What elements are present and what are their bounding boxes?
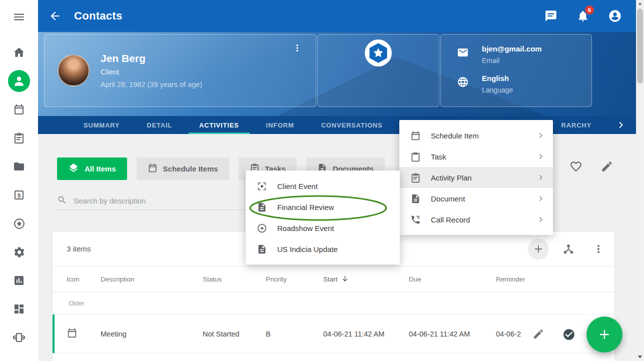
add-item-button[interactable] bbox=[528, 238, 549, 260]
email-label: Email bbox=[482, 56, 542, 64]
vertical-scrollbar[interactable] bbox=[636, 0, 644, 361]
tab-conversations[interactable]: CONVERSATIONS bbox=[308, 116, 396, 134]
tab-summary[interactable]: SUMMARY bbox=[70, 116, 133, 134]
analytics-icon[interactable] bbox=[8, 270, 30, 292]
submenu-item-client-event[interactable]: Client Event bbox=[246, 176, 400, 196]
tab-detail[interactable]: DETAIL bbox=[133, 116, 186, 134]
focus-event-icon bbox=[257, 181, 267, 192]
scrollbar-up-arrow-icon[interactable] bbox=[638, 2, 642, 5]
contact-info-card: bjen@gmail.com Email English Language bbox=[440, 34, 592, 107]
hierarchy-view-icon[interactable] bbox=[562, 243, 574, 257]
add-activity-context-menu: Schedule Item Task Activity Plan bbox=[399, 120, 553, 235]
language-label: Language bbox=[482, 86, 513, 94]
column-priority[interactable]: Priority bbox=[266, 276, 323, 283]
column-description[interactable]: Description bbox=[101, 276, 203, 283]
submenu-chevron-icon bbox=[536, 173, 545, 182]
favorite-heart-icon[interactable] bbox=[569, 160, 582, 175]
contact-role: Client bbox=[101, 68, 202, 76]
tab-inform[interactable]: INFORM bbox=[253, 116, 308, 134]
folder-icon[interactable] bbox=[8, 156, 30, 178]
table-group-row[interactable]: Older bbox=[53, 292, 614, 314]
vibration-icon[interactable] bbox=[8, 326, 30, 348]
profile-kebab-menu-icon[interactable] bbox=[292, 42, 303, 56]
calendar-icon bbox=[410, 130, 421, 141]
submenu-item-label: Client Event bbox=[277, 182, 318, 190]
avatar bbox=[58, 54, 90, 86]
filter-label: Schedule Items bbox=[163, 164, 218, 173]
menu-item-schedule-item[interactable]: Schedule Item bbox=[399, 125, 553, 146]
call-icon bbox=[410, 214, 421, 225]
submenu-item-label: US Indicia Update bbox=[277, 245, 338, 254]
account-icon[interactable] bbox=[608, 9, 622, 23]
menu-item-label: Task bbox=[431, 152, 446, 161]
tabs-scroll-chevron-right-icon[interactable] bbox=[605, 116, 636, 134]
cell-due: 04-06-21 11:42 AM bbox=[409, 330, 496, 338]
sidebar: $ bbox=[0, 0, 38, 361]
contact-name: Jen Berg bbox=[101, 52, 202, 64]
table-kebab-menu-icon[interactable] bbox=[592, 243, 604, 257]
submenu-item-roadshow-event[interactable]: Roadshow Event bbox=[246, 218, 400, 238]
featured-hexagon-star-icon bbox=[365, 40, 392, 66]
column-icon[interactable]: Icon bbox=[67, 276, 101, 283]
search-icon bbox=[57, 195, 67, 207]
svg-text:$: $ bbox=[18, 192, 21, 198]
column-status[interactable]: Status bbox=[203, 276, 266, 283]
scrollbar-thumb[interactable] bbox=[637, 8, 643, 84]
submenu-item-financial-review[interactable]: Financial Review bbox=[246, 196, 400, 218]
cell-description: Meeting bbox=[101, 330, 203, 338]
cell-reminder: 04-06-2 bbox=[496, 330, 530, 338]
featured-star-icon[interactable] bbox=[8, 212, 30, 234]
tab-activities[interactable]: ACTIVITIES bbox=[186, 116, 253, 134]
tasks-icon[interactable] bbox=[8, 127, 30, 149]
contacts-icon[interactable] bbox=[8, 70, 30, 92]
profile-card: Jen Berg Client April 28, 1982 (39 years… bbox=[44, 34, 316, 107]
submenu-chevron-icon bbox=[536, 194, 545, 203]
filter-label: All Items bbox=[85, 164, 116, 173]
document-icon bbox=[410, 194, 421, 204]
submenu-item-label: Financial Review bbox=[277, 203, 334, 212]
submenu-chevron-icon bbox=[536, 131, 545, 140]
calendar-icon[interactable] bbox=[8, 98, 30, 120]
sort-arrow-down-icon bbox=[341, 274, 349, 284]
row-complete-check-icon[interactable] bbox=[562, 328, 575, 342]
edit-pencil-icon[interactable] bbox=[600, 160, 613, 175]
filter-all-items-button[interactable]: All Items bbox=[57, 158, 127, 180]
group-label: Older bbox=[69, 300, 85, 307]
tab-hierarchy-partial[interactable]: RARCHY bbox=[548, 116, 605, 134]
settings-gear-icon[interactable] bbox=[8, 241, 30, 263]
menu-item-label: Activity Plan bbox=[431, 174, 472, 182]
column-start[interactable]: Start bbox=[323, 274, 409, 284]
menu-item-label: Call Record bbox=[431, 216, 470, 224]
notifications-bell-icon[interactable]: 6 bbox=[576, 9, 590, 23]
contact-birthdate: April 28, 1982 (39 years of age) bbox=[101, 80, 202, 88]
home-icon[interactable] bbox=[8, 42, 30, 64]
table-row[interactable]: Meeting Not Started B 04-06-21 11:42 AM … bbox=[53, 314, 614, 354]
billing-icon[interactable]: $ bbox=[8, 184, 30, 206]
dashboard-icon[interactable] bbox=[8, 298, 30, 320]
menu-item-task[interactable]: Task bbox=[399, 146, 553, 167]
menu-item-activity-plan[interactable]: Activity Plan bbox=[399, 167, 553, 188]
column-start-label: Start bbox=[323, 276, 338, 283]
chat-icon[interactable] bbox=[544, 9, 558, 23]
app-root: $ Contacts bbox=[0, 0, 644, 361]
hamburger-menu-icon[interactable] bbox=[8, 6, 30, 28]
row-edit-pencil-icon[interactable] bbox=[532, 328, 544, 342]
filter-schedule-items-button[interactable]: Schedule Items bbox=[137, 158, 229, 180]
column-reminder[interactable]: Reminder bbox=[496, 276, 614, 283]
fab-add-button[interactable] bbox=[586, 316, 622, 352]
back-arrow-icon[interactable] bbox=[45, 6, 65, 26]
badge-card bbox=[317, 34, 439, 107]
language-value: English bbox=[482, 74, 513, 82]
task-icon bbox=[410, 172, 421, 183]
layers-icon bbox=[68, 162, 79, 175]
cell-priority: B bbox=[266, 330, 323, 338]
column-due[interactable]: Due bbox=[409, 276, 496, 283]
scrollbar-down-arrow-icon[interactable] bbox=[638, 356, 642, 358]
submenu-item-label: Roadshow Event bbox=[277, 224, 334, 232]
submenu-chevron-icon bbox=[536, 215, 545, 224]
menu-item-call-record[interactable]: Call Record bbox=[399, 209, 553, 230]
menu-item-document[interactable]: Document bbox=[399, 188, 553, 209]
items-count: 3 items bbox=[67, 244, 91, 253]
task-icon bbox=[410, 152, 421, 162]
submenu-item-us-indicia-update[interactable]: US Indicia Update bbox=[246, 238, 400, 260]
